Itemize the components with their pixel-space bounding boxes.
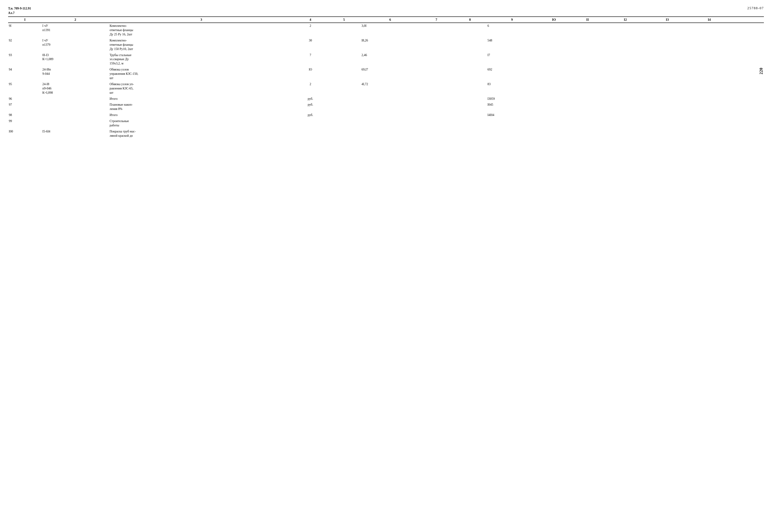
cell-r4-c10 bbox=[571, 81, 604, 96]
table-row: 96Итогоруб.I3059 bbox=[8, 96, 764, 102]
side-cell-r0 bbox=[730, 23, 764, 38]
cell-r4-c8: 83 bbox=[487, 81, 537, 96]
col-header-12: I2 bbox=[604, 17, 646, 23]
cell-r1-c9 bbox=[537, 38, 571, 52]
cell-r4-c6 bbox=[420, 81, 453, 96]
cell-r7-c4 bbox=[327, 112, 361, 118]
cell-r8-c5 bbox=[361, 118, 420, 129]
table-row: 98Итогоруб.I4I04 bbox=[8, 112, 764, 118]
cell-r5-c0: 96 bbox=[8, 96, 42, 102]
cell-r7-c8: I4I04 bbox=[487, 112, 537, 118]
cell-r4-c9 bbox=[537, 81, 571, 96]
cell-r1-c6 bbox=[420, 38, 453, 52]
cell-r1-c4 bbox=[327, 38, 361, 52]
side-cell-r6 bbox=[730, 102, 764, 112]
cell-r6-c1 bbox=[42, 102, 109, 112]
cell-r4-c3: 2 bbox=[293, 81, 327, 96]
cell-r0-c4 bbox=[327, 23, 361, 38]
side-cell-r5 bbox=[730, 96, 764, 102]
main-table: I 2 3 4 5 6 7 8 9 IO II I2 I3 I4 9II чУп… bbox=[8, 16, 764, 139]
cell-r2-c11 bbox=[604, 52, 646, 67]
cell-r3-c2: Обвязка узловуправления КЗС-150, шт bbox=[109, 67, 293, 81]
cell-r7-c11 bbox=[604, 112, 646, 118]
cell-r3-c6 bbox=[420, 67, 453, 81]
cell-r7-c2: Итого bbox=[109, 112, 293, 118]
cell-r2-c4 bbox=[327, 52, 361, 67]
cell-r9-c1: I5-6I4 bbox=[42, 129, 109, 139]
cell-r1-c2: Комплектно-ответные фланцыДу 150 Ру10, 2… bbox=[109, 38, 293, 52]
header-line1: Т.п. 709-9-112.91 bbox=[8, 6, 31, 11]
cell-r9-c2: Покраска труб мас-ляной краской до bbox=[109, 129, 293, 139]
table-row: 92I чУп1379Комплектно-ответные фланцыДу … bbox=[8, 38, 764, 52]
cell-r1-c12 bbox=[646, 38, 688, 52]
cell-r2-c0: 93 bbox=[8, 52, 42, 67]
cell-r7-c6 bbox=[420, 112, 453, 118]
cell-r7-c13 bbox=[688, 112, 730, 118]
cell-r6-c8: I045 bbox=[487, 102, 537, 112]
cell-r4-c0: 95 bbox=[8, 81, 42, 96]
cell-r3-c13 bbox=[688, 67, 730, 81]
cell-r6-c0: 97 bbox=[8, 102, 42, 112]
cell-r9-c9 bbox=[537, 129, 571, 139]
cell-r9-c7 bbox=[453, 129, 487, 139]
cell-r9-c4 bbox=[327, 129, 361, 139]
cell-r8-c2: Строительныеработы bbox=[109, 118, 293, 129]
cell-r3-c3: IO bbox=[293, 67, 327, 81]
cell-r3-c9 bbox=[537, 67, 571, 81]
cell-r1-c1: I чУп1379 bbox=[42, 38, 109, 52]
cell-r3-c7 bbox=[453, 67, 487, 81]
col-header-extra bbox=[730, 17, 764, 23]
col-header-1: I bbox=[8, 17, 42, 23]
cell-r8-c0: 99 bbox=[8, 118, 42, 129]
header-line2: Ал.7 bbox=[8, 11, 31, 15]
cell-r7-c0: 98 bbox=[8, 112, 42, 118]
cell-r5-c13 bbox=[688, 96, 730, 102]
cell-r8-c9 bbox=[537, 118, 571, 129]
col-header-8: 8 bbox=[453, 17, 487, 23]
side-cell-r7 bbox=[730, 112, 764, 118]
cell-r3-c4 bbox=[327, 67, 361, 81]
cell-r8-c8 bbox=[487, 118, 537, 129]
cell-r0-c12 bbox=[646, 23, 688, 38]
table-row: 9524-I8п9-046К=I,098Обвязка узлов уп-рав… bbox=[8, 81, 764, 96]
cell-r6-c6 bbox=[420, 102, 453, 112]
cell-r8-c10 bbox=[571, 118, 604, 129]
cell-r9-c13 bbox=[688, 129, 730, 139]
page-header: Т.п. 709-9-112.91 Ал.7 25788-07 bbox=[8, 6, 764, 15]
cell-r9-c10 bbox=[571, 129, 604, 139]
side-cell-r2 bbox=[730, 52, 764, 67]
cell-r2-c9 bbox=[537, 52, 571, 67]
col-header-13: I3 bbox=[646, 17, 688, 23]
cell-r0-c0: 9I bbox=[8, 23, 42, 38]
cell-r7-c12 bbox=[646, 112, 688, 118]
cell-r0-c5: 3,0I bbox=[361, 23, 420, 38]
cell-r6-c10 bbox=[571, 102, 604, 112]
side-cell-r9 bbox=[730, 129, 764, 139]
cell-r8-c1 bbox=[42, 118, 109, 129]
cell-r5-c6 bbox=[420, 96, 453, 102]
cell-r2-c3: 7 bbox=[293, 52, 327, 67]
cell-r7-c9 bbox=[537, 112, 571, 118]
cell-r1-c8: 548 bbox=[487, 38, 537, 52]
cell-r8-c13 bbox=[688, 118, 730, 129]
table-row: 97Плановые накоп-ления 8%руб.I045 bbox=[8, 102, 764, 112]
side-cell-r3: 220 bbox=[730, 67, 764, 81]
side-cell-r8 bbox=[730, 118, 764, 129]
cell-r0-c3: 2 bbox=[293, 23, 327, 38]
table-row: I00I5-6I4Покраска труб мас-ляной краской… bbox=[8, 129, 764, 139]
cell-r6-c13 bbox=[688, 102, 730, 112]
cell-r4-c7 bbox=[453, 81, 487, 96]
table-row: 930I-I3К=1,089Трубы стальныеэл.сварные Д… bbox=[8, 52, 764, 67]
cell-r0-c8: 6 bbox=[487, 23, 537, 38]
col-header-4: 4 bbox=[293, 17, 327, 23]
cell-r9-c8 bbox=[487, 129, 537, 139]
col-header-3: 3 bbox=[109, 17, 293, 23]
cell-r4-c2: Обвязка узлов уп-равления КЗС-65, шт bbox=[109, 81, 293, 96]
cell-r0-c10 bbox=[571, 23, 604, 38]
header-right: 25788-07 bbox=[747, 6, 764, 10]
cell-r9-c0: I00 bbox=[8, 129, 42, 139]
col-header-7: 7 bbox=[420, 17, 453, 23]
col-header-10: IO bbox=[537, 17, 571, 23]
cell-r7-c10 bbox=[571, 112, 604, 118]
cell-r5-c11 bbox=[604, 96, 646, 102]
